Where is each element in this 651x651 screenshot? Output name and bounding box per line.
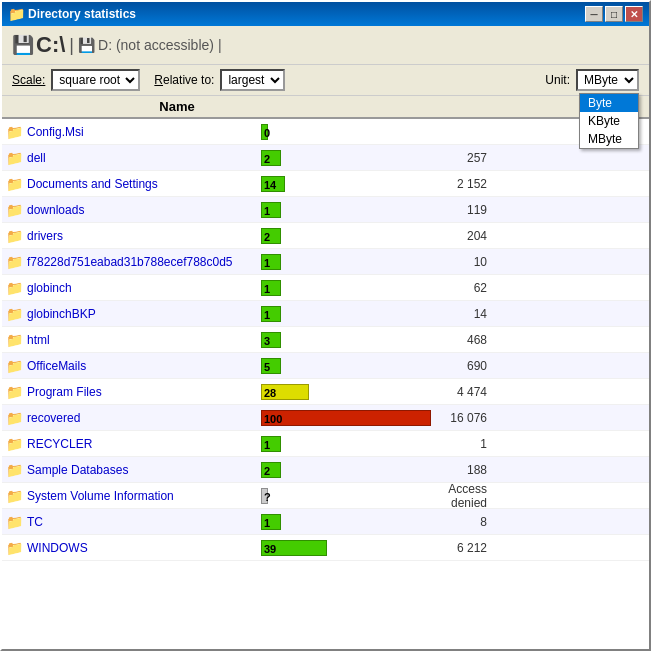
unit-dropdown-byte[interactable]: Byte	[580, 94, 638, 112]
row-folder-name[interactable]: Program Files	[27, 385, 257, 399]
folder-icon: 📁	[6, 358, 23, 374]
bar-label: 3	[264, 333, 270, 349]
bar-container: 1	[257, 512, 437, 532]
row-folder-name[interactable]: Config.Msi	[27, 125, 257, 139]
size-bar: 2	[261, 228, 281, 244]
bar-container: 0	[257, 122, 437, 142]
row-size: 16 076	[437, 411, 507, 425]
folder-icon: 📁	[6, 462, 23, 478]
bar-container: 39	[257, 538, 437, 558]
row-size: 2 152	[437, 177, 507, 191]
row-size: 690	[437, 359, 507, 373]
size-bar: 2	[261, 462, 281, 478]
bar-container: 100	[257, 408, 437, 428]
scale-select[interactable]: linear square root logarithmic	[51, 69, 140, 91]
row-folder-name[interactable]: globinch	[27, 281, 257, 295]
row-size: 468	[437, 333, 507, 347]
title-bar-buttons: ─ □ ✕	[585, 6, 643, 22]
row-folder-name[interactable]: RECYCLER	[27, 437, 257, 451]
size-bar: 1	[261, 306, 281, 322]
unit-label: Unit:	[545, 73, 570, 87]
bar-container: ?	[257, 486, 437, 506]
table-area: Name Size 📁Config.Msi0📁dell2257📁Document…	[2, 96, 649, 649]
content-area: 💾 C:\ | 💾 D: (not accessible) | Scale: l…	[2, 26, 649, 649]
inactive-drive-label[interactable]: D: (not accessible)	[98, 37, 214, 53]
table-row: 📁html3468	[2, 327, 649, 353]
row-folder-name[interactable]: drivers	[27, 229, 257, 243]
table-row: 📁globinchBKP114	[2, 301, 649, 327]
row-folder-name[interactable]: dell	[27, 151, 257, 165]
table-row: 📁Program Files284 474	[2, 379, 649, 405]
size-bar: 3	[261, 332, 281, 348]
row-size: 119	[437, 203, 507, 217]
bar-label: 14	[264, 177, 276, 193]
folder-icon: 📁	[6, 306, 23, 322]
row-folder-name[interactable]: downloads	[27, 203, 257, 217]
row-folder-name[interactable]: Documents and Settings	[27, 177, 257, 191]
folder-icon: 📁	[6, 436, 23, 452]
relative-select[interactable]: largest total	[220, 69, 285, 91]
close-button[interactable]: ✕	[625, 6, 643, 22]
size-bar: 1	[261, 280, 281, 296]
window-title: Directory statistics	[28, 7, 585, 21]
active-drive-path[interactable]: C:\	[36, 32, 65, 58]
table-row: 📁downloads1119	[2, 197, 649, 223]
row-folder-name[interactable]: Sample Databases	[27, 463, 257, 477]
bar-container: 5	[257, 356, 437, 376]
bar-label: 1	[264, 437, 270, 453]
bar-label: 0	[264, 125, 270, 141]
bar-label: 2	[264, 151, 270, 167]
maximize-button[interactable]: □	[605, 6, 623, 22]
bar-container: 2	[257, 460, 437, 480]
row-folder-name[interactable]: html	[27, 333, 257, 347]
size-bar: 5	[261, 358, 281, 374]
bar-container: 1	[257, 278, 437, 298]
drive-separator: |	[69, 35, 74, 56]
bar-container: 14	[257, 174, 437, 194]
unit-dropdown-kbyte[interactable]: KByte	[580, 112, 638, 130]
row-folder-name[interactable]: recovered	[27, 411, 257, 425]
row-size: 188	[437, 463, 507, 477]
size-bar: 2	[261, 150, 281, 166]
unit-dropdown-mbyte[interactable]: MByte	[580, 130, 638, 148]
row-folder-name[interactable]: TC	[27, 515, 257, 529]
folder-icon: 📁	[6, 514, 23, 530]
size-bar: 0	[261, 124, 268, 140]
row-size: 62	[437, 281, 507, 295]
row-folder-name[interactable]: WINDOWS	[27, 541, 257, 555]
row-folder-name[interactable]: OfficeMails	[27, 359, 257, 373]
folder-icon: 📁	[6, 384, 23, 400]
row-size: 14	[437, 307, 507, 321]
unit-select[interactable]: Byte KByte MByte	[576, 69, 639, 91]
table-row: 📁globinch162	[2, 275, 649, 301]
window-icon: 📁	[8, 6, 24, 22]
unit-dropdown: Byte KByte MByte	[579, 93, 639, 149]
row-size: 4 474	[437, 385, 507, 399]
folder-icon: 📁	[6, 332, 23, 348]
bar-container: 1	[257, 200, 437, 220]
bar-label: 39	[264, 541, 276, 557]
row-folder-name[interactable]: globinchBKP	[27, 307, 257, 321]
bar-label: 2	[264, 463, 270, 479]
size-bar: 1	[261, 514, 281, 530]
active-drive-icon: 💾	[12, 34, 34, 56]
table-row: 📁f78228d751eabad31b788ecef788c0d5110	[2, 249, 649, 275]
inactive-drive-sep: |	[218, 37, 222, 53]
row-folder-name[interactable]: System Volume Information	[27, 489, 257, 503]
minimize-button[interactable]: ─	[585, 6, 603, 22]
folder-icon: 📁	[6, 202, 23, 218]
table-row: 📁recovered10016 076	[2, 405, 649, 431]
bar-label: 1	[264, 515, 270, 531]
table-body: 📁Config.Msi0📁dell2257📁Documents and Sett…	[2, 119, 649, 561]
row-folder-name[interactable]: f78228d751eabad31b788ecef788c0d5	[27, 255, 257, 269]
row-size: 204	[437, 229, 507, 243]
bar-container: 3	[257, 330, 437, 350]
inactive-drive-icon: 💾	[78, 37, 95, 53]
col-name-header: Name	[2, 99, 342, 114]
folder-icon: 📁	[6, 254, 23, 270]
relative-label: Relative to:	[154, 73, 214, 87]
bar-label: 1	[264, 255, 270, 271]
folder-icon: 📁	[6, 540, 23, 556]
folder-icon: 📁	[6, 176, 23, 192]
bar-label: ?	[264, 489, 271, 505]
